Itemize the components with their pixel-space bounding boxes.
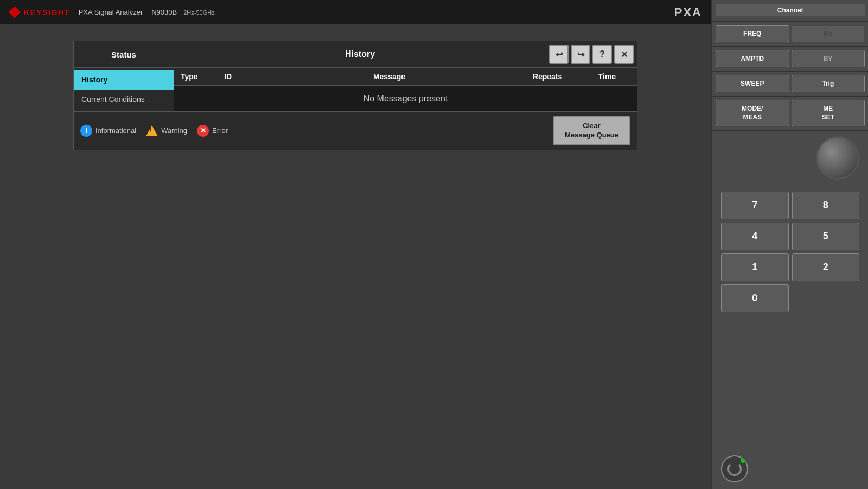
trig-button[interactable]: Trig (792, 75, 865, 92)
y-scale-button-placeholder: Ma (792, 25, 865, 42)
legend-error: ✕ Error (197, 125, 228, 137)
num-1-button[interactable]: 1 (721, 253, 789, 281)
num-7-button[interactable]: 7 (721, 192, 789, 219)
table-area: Type ID Message Repeats Time No Messages… (174, 68, 637, 111)
main-content: Status History ↩ ↪ ? ✕ History Curre (0, 24, 711, 489)
undo-button[interactable]: ↩ (549, 45, 569, 64)
col-type-header: Type (174, 72, 218, 81)
warn-triangle-shape (146, 125, 158, 136)
dialog-controls: ↩ ↪ ? ✕ (546, 41, 637, 67)
legend-items: i Informational Warning ✕ Error (80, 125, 228, 137)
model-name: PXA Signal Analyzer (79, 8, 143, 16)
dialog-titlebar: Status History ↩ ↪ ? ✕ (74, 41, 637, 68)
redo-button[interactable]: ↪ (571, 45, 590, 64)
right-panel-top: Channel (712, 0, 868, 22)
error-icon: ✕ (197, 125, 209, 137)
info-label: Informational (95, 126, 136, 135)
numpad: 7 8 4 5 1 2 0 (712, 185, 868, 449)
freq-button[interactable]: FREQ (716, 25, 789, 42)
legend-warning: Warning (146, 125, 187, 136)
by-button: BY (792, 50, 865, 67)
legend-informational: i Informational (80, 125, 136, 137)
top-bar-left: KEYSIGHT PXA Signal Analyzer N9030B 2Hz-… (9, 7, 215, 18)
num-0-button[interactable]: 0 (721, 284, 789, 312)
pxa-label: PXA (674, 5, 702, 20)
power-button[interactable] (721, 455, 748, 482)
me-set-button[interactable]: MESET (792, 100, 865, 126)
tuning-knob[interactable] (816, 136, 859, 180)
knob-area (712, 131, 868, 185)
sweep-button[interactable]: SWEEP (716, 75, 789, 92)
sweep-section: SWEEP Trig (712, 72, 868, 97)
warn-label: Warning (161, 126, 187, 135)
warn-icon (146, 125, 158, 136)
help-button[interactable]: ? (592, 45, 612, 64)
amptd-button[interactable]: AMPTD (716, 50, 789, 67)
dialog-window: Status History ↩ ↪ ? ✕ History Curre (73, 41, 637, 150)
empty-message: No Messages present (363, 94, 448, 104)
keysight-logo: KEYSIGHT (9, 7, 70, 18)
sidebar-item-history[interactable]: History (74, 70, 174, 90)
top-bar: KEYSIGHT PXA Signal Analyzer N9030B 2Hz-… (0, 0, 711, 24)
power-indicator (741, 459, 745, 463)
mode-section: MODE/MEAS MESET (712, 97, 868, 131)
error-label: Error (212, 126, 228, 135)
table-content: No Messages present (174, 86, 637, 111)
sidebar: History Current Conditions (74, 68, 174, 111)
close-button[interactable]: ✕ (614, 45, 634, 64)
num-5-button[interactable]: 5 (792, 223, 860, 250)
table-header: Type ID Message Repeats Time (174, 68, 637, 86)
mode-meas-button[interactable]: MODE/MEAS (716, 100, 789, 126)
right-panel: Channel FREQ Ma AMPTD BY SWEEP Trig MODE… (711, 0, 868, 489)
dialog-status-label: Status (74, 45, 174, 65)
col-repeats-header: Repeats (518, 72, 577, 81)
keysight-logo-icon (9, 7, 21, 18)
amptd-section: AMPTD BY (712, 47, 868, 72)
dialog-title: History (174, 44, 546, 65)
num-2-button[interactable]: 2 (792, 253, 860, 281)
info-icon: i (80, 125, 92, 137)
num-4-button[interactable]: 4 (721, 223, 789, 250)
freq-range: 2Hz-50GHz (183, 9, 214, 16)
channel-label: Channel (716, 4, 865, 16)
col-id-header: ID (218, 72, 261, 81)
col-time-header: Time (577, 72, 637, 81)
dialog-footer: i Informational Warning ✕ Error Cle (74, 111, 637, 150)
dialog-body: History Current Conditions Type ID Messa… (74, 68, 637, 111)
sidebar-item-current-conditions[interactable]: Current Conditions (74, 90, 174, 109)
brand-name: KEYSIGHT (24, 8, 70, 17)
part-number: N9030B (151, 8, 177, 16)
freq-section: FREQ Ma (712, 22, 868, 47)
num-8-button[interactable]: 8 (792, 192, 860, 219)
instrument-body: KEYSIGHT PXA Signal Analyzer N9030B 2Hz-… (0, 0, 711, 489)
power-row (712, 449, 868, 489)
clear-message-queue-button[interactable]: ClearMessage Queue (553, 116, 630, 145)
col-message-header: Message (261, 72, 518, 81)
